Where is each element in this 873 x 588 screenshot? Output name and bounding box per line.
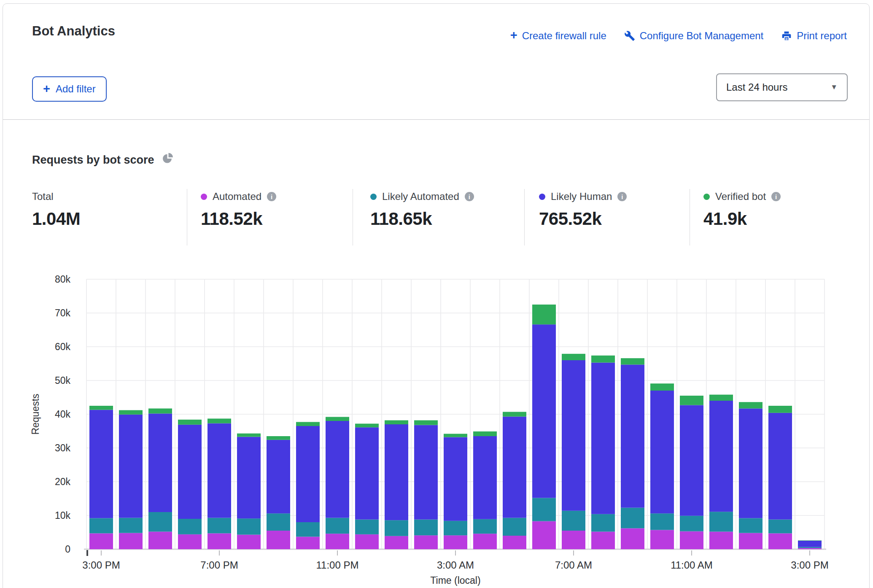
bar-segment (532, 324, 556, 498)
info-icon[interactable]: i (267, 192, 276, 201)
verified-bot-legend-dot (703, 194, 710, 200)
svg-text:3:00 PM: 3:00 PM (791, 559, 828, 571)
bar-segment (414, 425, 438, 520)
add-filter-button[interactable]: + Add filter (32, 76, 107, 102)
bar-segment (591, 531, 615, 549)
bar-segment (237, 535, 261, 549)
info-icon[interactable]: i (617, 192, 627, 201)
bar-segment (267, 436, 290, 440)
bar-segment (650, 391, 674, 513)
svg-text:70k: 70k (55, 307, 71, 318)
bar-segment (532, 305, 556, 324)
wrench-icon (624, 30, 635, 41)
plus-icon: + (43, 83, 50, 95)
bar-segment (709, 512, 733, 531)
bar-segment (119, 518, 143, 533)
plus-icon: + (510, 29, 517, 41)
info-icon[interactable]: i (465, 192, 474, 201)
bar-segment (414, 520, 438, 536)
bar-segment (237, 434, 261, 437)
printer-icon (781, 30, 792, 41)
stat-total-value: 1.04M (32, 209, 80, 229)
bar-segment (768, 413, 792, 520)
time-range-dropdown[interactable]: Last 24 hours ▼ (716, 73, 848, 101)
bar-segment (89, 533, 113, 549)
bar-segment (148, 531, 172, 549)
bar-segment (709, 395, 733, 401)
svg-text:40k: 40k (55, 409, 71, 420)
bar-segment (503, 518, 526, 536)
stat-total-label: Total (32, 191, 54, 202)
bar-segment (798, 541, 822, 547)
stat-automated: Automated i 118.52k (201, 191, 276, 229)
bar-segment (355, 423, 379, 427)
svg-text:11:00 AM: 11:00 AM (671, 559, 713, 571)
bar-segment (326, 534, 349, 549)
bar-segment (355, 427, 379, 519)
bar-segment (650, 530, 674, 549)
bar-segment (562, 360, 585, 511)
bar-segment (207, 423, 231, 518)
pie-chart-icon (162, 153, 173, 167)
stat-automated-label: Automated (213, 191, 261, 202)
bar-segment (473, 432, 497, 436)
print-report-link[interactable]: Print report (781, 30, 847, 42)
bar-segment (89, 406, 113, 410)
bar-segment (473, 436, 497, 519)
page-title: Bot Analytics (32, 24, 115, 39)
bar-segment (739, 518, 763, 533)
stat-likely-human-label: Likely Human (551, 191, 612, 202)
stat-likely-automated-value: 118.65k (370, 209, 474, 229)
bar-segment (148, 408, 172, 413)
stat-verified-bot: Verified bot i 41.9k (703, 191, 781, 229)
add-filter-label: Add filter (56, 83, 96, 95)
bar-segment (89, 410, 113, 518)
header-divider (3, 119, 869, 120)
svg-text:30k: 30k (55, 442, 71, 453)
info-icon[interactable]: i (771, 192, 781, 201)
bar-segment (591, 356, 615, 363)
bar-segment (473, 519, 497, 534)
bar-segment (444, 535, 467, 549)
stat-likely-human-value: 765.52k (539, 209, 627, 229)
bar-segment (237, 518, 261, 534)
bar-segment (148, 512, 172, 531)
print-report-label: Print report (797, 30, 847, 42)
bar-segment (296, 422, 320, 426)
bar-segment (503, 536, 526, 549)
bar-segment (739, 533, 763, 549)
automated-legend-dot (201, 194, 207, 200)
configure-bot-management-label: Configure Bot Management (640, 30, 764, 42)
bar-segment (89, 518, 113, 533)
bar-segment (178, 519, 202, 534)
svg-text:3:00 PM: 3:00 PM (82, 559, 120, 571)
bar-segment (768, 520, 792, 534)
bar-segment (680, 396, 703, 405)
stat-total: Total 1.04M (32, 191, 80, 229)
bar-segment (739, 408, 763, 518)
svg-text:Time (local): Time (local) (430, 575, 480, 586)
bar-segment (178, 420, 202, 425)
bar-segment (326, 417, 349, 421)
bar-segment (326, 518, 349, 534)
create-firewall-rule-link[interactable]: + Create firewall rule (510, 30, 606, 42)
svg-text:80k: 80k (55, 274, 71, 285)
bar-segment (591, 514, 615, 532)
svg-text:0: 0 (65, 544, 70, 555)
configure-bot-management-link[interactable]: Configure Bot Management (624, 30, 764, 42)
chevron-down-icon: ▼ (830, 83, 838, 92)
bar-segment (237, 437, 261, 519)
bar-segment (562, 354, 585, 360)
bot-analytics-page: { "header": { "title": "Bot Analytics", … (0, 0, 873, 588)
svg-text:20k: 20k (55, 476, 71, 487)
bar-segment (385, 520, 408, 536)
bar-segment (326, 421, 349, 518)
bar-segment (296, 522, 320, 537)
bar-segment (739, 402, 763, 408)
bar-segment (267, 440, 290, 513)
bar-segment (562, 511, 585, 531)
bar-segment (680, 405, 703, 515)
bar-segment (798, 540, 822, 541)
bar-segment (148, 413, 172, 512)
bar-segment (680, 516, 703, 531)
